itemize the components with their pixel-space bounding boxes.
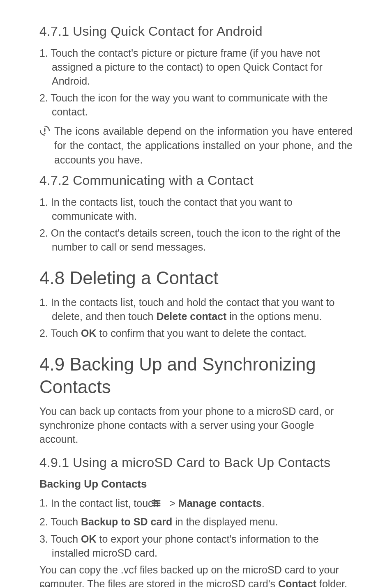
note: The icons available depend on the inform… <box>39 124 353 167</box>
list-item: 2. On the contact's details screen, touc… <box>39 226 353 254</box>
list-item: 1. In the contacts list, touch the conta… <box>39 196 353 223</box>
list-number: 2. <box>39 516 51 527</box>
list-text: In the contacts list, touch the contact … <box>51 196 293 222</box>
list-item: 1. Touch the contact's picture or pictur… <box>39 46 353 88</box>
list-number: 1. <box>39 47 51 59</box>
list-text: Touch OK to confirm that you want to del… <box>51 327 307 339</box>
page-number: 22 <box>39 583 51 587</box>
heading-4-7-2: 4.7.2 Communicating with a Contact <box>39 173 353 188</box>
list-item: 1. In the contact list, touch > Manage c… <box>39 496 353 512</box>
list-item: 2. Touch OK to confirm that you want to … <box>39 327 353 341</box>
manual-page: 4.7.1 Using Quick Contact for Android 1.… <box>0 0 392 587</box>
list-number: 2. <box>39 92 51 104</box>
list-text: Touch the contact's picture or picture f… <box>51 47 322 87</box>
list-item: 2. Touch Backup to SD card in the displa… <box>39 515 353 529</box>
list-text: In the contact list, touch > Manage cont… <box>51 497 265 509</box>
list-number: 2. <box>39 327 51 339</box>
list-text: Touch the icon for the way you want to c… <box>51 92 327 117</box>
heading-4-9-1: 4.9.1 Using a microSD Card to Back Up Co… <box>39 455 353 470</box>
heading-4-7-1: 4.7.1 Using Quick Contact for Android <box>39 24 353 39</box>
heading-4-9: 4.9 Backing Up and Synchronizing Contact… <box>39 353 353 398</box>
list-text: On the contact's details screen, touch t… <box>51 227 341 253</box>
list-number: 1. <box>39 497 51 509</box>
list-item: 1. In the contacts list, touch and hold … <box>39 296 353 324</box>
list-item: 3. Touch OK to export your phone contact… <box>39 532 353 560</box>
list-number: 1. <box>39 196 51 208</box>
list-number: 1. <box>39 297 51 308</box>
svg-point-1 <box>44 133 45 134</box>
paragraph: You can back up contacts from your phone… <box>39 405 353 446</box>
paragraph: You can copy the .vcf files backed up on… <box>39 563 353 587</box>
list-text: In the contacts list, touch and hold the… <box>51 297 335 322</box>
heading-4-8: 4.8 Deleting a Contact <box>39 267 353 289</box>
list-text: Touch OK to export your phone contact's … <box>51 533 318 559</box>
list-text: Touch Backup to SD card in the displayed… <box>51 516 278 527</box>
note-text: The icons available depend on the inform… <box>54 124 353 167</box>
list-item: 2. Touch the icon for the way you want t… <box>39 91 353 119</box>
subheading-backing-up: Backing Up Contacts <box>39 478 353 490</box>
info-icon <box>39 125 50 138</box>
list-number: 3. <box>39 533 51 545</box>
svg-rect-0 <box>44 128 46 132</box>
list-number: 2. <box>39 227 51 239</box>
